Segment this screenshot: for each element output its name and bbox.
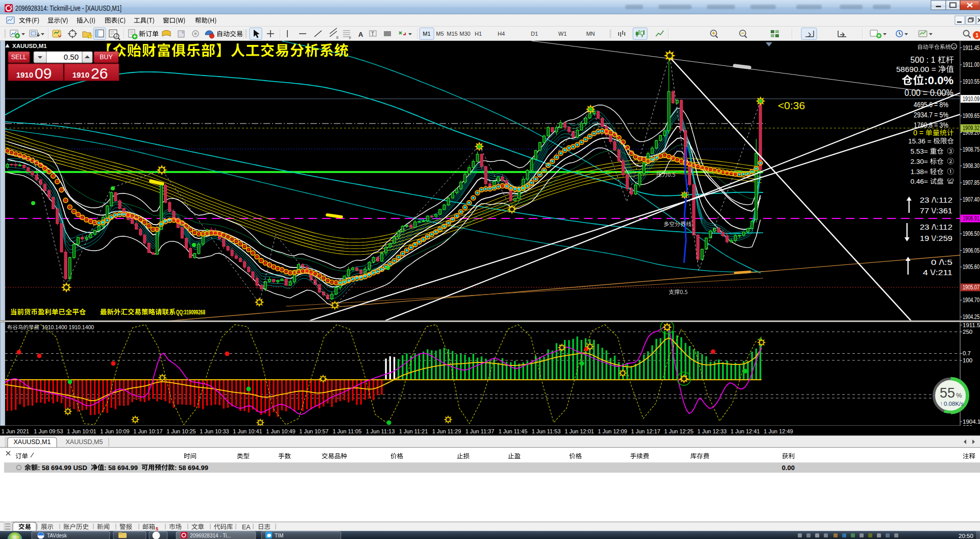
svg-text:D1: D1 [531,31,538,37]
svg-text:SELL: SELL [11,54,27,61]
svg-text:0.7: 0.7 [963,350,971,356]
svg-text:100: 100 [963,357,972,363]
svg-text:1 Jun 12:33: 1 Jun 12:33 [697,428,727,434]
svg-text:1 Jun 11:05: 1 Jun 11:05 [333,428,362,434]
svg-text:1910.09: 1910.09 [963,95,979,103]
svg-text:1.38=: 1.38= [911,168,928,176]
svg-text:1 Jun 12:25: 1 Jun 12:25 [664,428,694,434]
svg-text:M15: M15 [447,31,457,37]
svg-text:1 Jun 12:41: 1 Jun 12:41 [730,428,760,434]
svg-text:1910: 1910 [72,70,89,79]
svg-text:1 Jun 11:37: 1 Jun 11:37 [465,428,495,434]
svg-text:1 Jun 11:45: 1 Jun 11:45 [499,428,528,434]
svg-text:23 /\:112: 23 /\:112 [920,223,952,231]
svg-text:5: 5 [156,526,158,531]
svg-text:XAUUSD,M1: XAUUSD,M1 [12,43,47,49]
svg-text::0.0%: :0.0% [924,74,953,87]
svg-text:500 : 1: 500 : 1 [911,56,936,64]
svg-text:1 Jun 12:49: 1 Jun 12:49 [764,428,793,434]
svg-text:F: F [349,36,351,40]
svg-text:1911.45: 1911.45 [963,44,979,52]
svg-text:1 Jun 09:53: 1 Jun 09:53 [34,428,63,434]
svg-text:1760.8 = 3%: 1760.8 = 3% [914,121,948,129]
svg-text:1 Jun 10:49: 1 Jun 10:49 [266,428,296,434]
svg-text:1 Jun 10:17: 1 Jun 10:17 [133,428,163,434]
svg-text:1 Jun 10:57: 1 Jun 10:57 [299,428,329,434]
svg-text:2096928314: Tickmill-Live - [X: 2096928314: Tickmill-Live - [XAUUSD,M1] [15,4,121,12]
svg-text:1910.1400 1910.1400: 1910.1400 1910.1400 [42,324,94,330]
svg-text:A: A [358,31,363,38]
svg-text:1904.70: 1904.70 [963,297,979,304]
svg-text:M1: M1 [423,31,430,37]
svg-text:BUY: BUY [100,54,113,61]
svg-text:4 \/:211: 4 \/:211 [923,268,952,277]
svg-text:E: E [336,36,339,39]
svg-text:1908.75: 1908.75 [963,146,979,153]
svg-text:5.53=: 5.53= [911,148,928,155]
svg-text:58690.00 =: 58690.00 = [896,65,936,74]
svg-text:M30: M30 [459,31,470,37]
svg-text:1 Jun 2021: 1 Jun 2021 [2,428,29,434]
svg-text:1908.30: 1908.30 [963,162,979,169]
svg-text:TIM: TIM [275,533,283,538]
svg-text:15.36 =: 15.36 = [908,137,932,145]
svg-text:0 =: 0 = [913,129,923,137]
svg-text:1910: 1910 [16,70,33,79]
svg-text:0.00 = 0.00%: 0.00 = 0.00% [904,88,953,98]
svg-text:1906.50: 1906.50 [963,230,979,237]
svg-text:55: 55 [940,385,955,401]
svg-text:1 Jun 10:33: 1 Jun 10:33 [200,428,229,434]
svg-text:26: 26 [91,65,108,82]
svg-text:0.46=: 0.46= [911,178,928,185]
svg-text:1910.55: 1910.55 [963,78,979,85]
svg-text:20:50: 20:50 [959,533,973,539]
svg-text:2096928314 - Ti...: 2096928314 - Ti... [190,533,231,538]
svg-text:1906.05: 1906.05 [963,247,979,254]
svg-text:2.30=: 2.30= [911,158,928,165]
svg-text:QQ:319099268: QQ:319099268 [176,308,205,316]
svg-text:1906.91: 1906.91 [963,215,979,222]
svg-text:1911.00: 1911.00 [963,61,979,68]
svg-text:19 \/:259: 19 \/:259 [920,234,952,242]
svg-text:: 58 694.99: : 58 694.99 [104,464,141,472]
svg-text:1904.25: 1904.25 [963,313,979,321]
svg-text:250: 250 [963,329,972,335]
svg-text:: 58 694.99 USD: : 58 694.99 USD [38,464,91,472]
svg-text:2934.7 = 5%: 2934.7 = 5% [914,111,948,119]
svg-text:: 58 694.99: : 58 694.99 [175,464,208,472]
svg-text:H4: H4 [498,31,505,37]
svg-text:1: 1 [975,32,978,38]
svg-text:MN: MN [586,31,595,37]
svg-text:1 Jun 10:25: 1 Jun 10:25 [166,428,196,434]
svg-text:1909.32: 1909.32 [963,125,979,132]
svg-text:1 Jun 11:53: 1 Jun 11:53 [532,428,561,434]
svg-text:1 Jun 11:21: 1 Jun 11:21 [399,428,428,434]
svg-text:1 Jun 12:17: 1 Jun 12:17 [631,428,660,434]
svg-text:↑: ↑ [940,400,943,407]
svg-text:1909.65: 1909.65 [963,112,979,119]
svg-text:1 Jun 11:13: 1 Jun 11:13 [366,428,395,434]
svg-text:0.50: 0.50 [64,53,79,61]
svg-text:EA: EA [242,524,251,531]
svg-text:XAUUSD,M5: XAUUSD,M5 [66,438,103,446]
svg-text:TAVdesk: TAVdesk [47,533,67,538]
svg-text:77 \/:361: 77 \/:361 [920,206,952,215]
svg-text:23 /\:112: 23 /\:112 [920,195,952,204]
svg-text:M5: M5 [436,31,444,37]
svg-text:09: 09 [35,65,52,82]
svg-text:4695.6 = 8%: 4695.6 = 8% [914,101,948,109]
svg-text:1 Jun 10:09: 1 Jun 10:09 [100,428,130,434]
svg-text:W1: W1 [558,31,567,37]
svg-text:H1: H1 [475,31,482,37]
svg-text:1907.40: 1907.40 [963,196,979,203]
svg-text:1911.5482: 1911.5482 [963,322,980,328]
svg-text:1 Jun 10:41: 1 Jun 10:41 [233,428,262,434]
svg-text:<0:36: <0:36 [778,100,805,111]
svg-text:1907.85: 1907.85 [963,179,979,186]
svg-text:1 Jun 10:01: 1 Jun 10:01 [67,428,96,434]
svg-text:%: % [956,391,962,399]
svg-text:0.00: 0.00 [782,464,795,472]
svg-text:T: T [371,31,374,37]
svg-text:0 /\:5: 0 /\:5 [931,258,952,266]
svg-text:1 Jun 12:01: 1 Jun 12:01 [565,428,594,434]
